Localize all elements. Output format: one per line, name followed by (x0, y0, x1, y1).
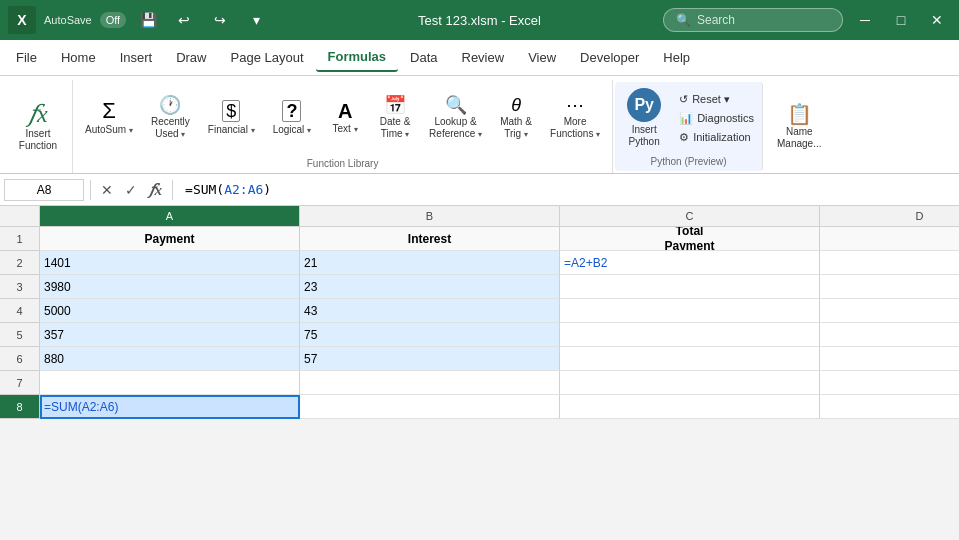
col-header-a[interactable]: A (40, 206, 300, 226)
table-row: 4 5000 43 (0, 299, 959, 323)
cell-d2[interactable] (820, 251, 959, 275)
cell-b3[interactable]: 23 (300, 275, 560, 299)
formula-divider2 (172, 180, 173, 200)
menu-help[interactable]: Help (651, 44, 702, 71)
cell-a4[interactable]: 5000 (40, 299, 300, 323)
cell-a6[interactable]: 880 (40, 347, 300, 371)
col-header-c[interactable]: C (560, 206, 820, 226)
cell-a7[interactable] (40, 371, 300, 395)
redo-icon[interactable]: ↪ (206, 6, 234, 34)
toggle-state: Off (106, 14, 120, 26)
cell-reference-box[interactable] (4, 179, 84, 201)
cell-c6[interactable] (560, 347, 820, 371)
cell-c7[interactable] (560, 371, 820, 395)
cell-a5[interactable]: 357 (40, 323, 300, 347)
cell-c4[interactable] (560, 299, 820, 323)
row-num-7: 7 (0, 371, 40, 395)
cell-b4[interactable]: 43 (300, 299, 560, 323)
cell-d7[interactable] (820, 371, 959, 395)
math-trig-label: Math &Trig ▾ (500, 116, 532, 140)
cell-d5[interactable] (820, 323, 959, 347)
confirm-formula-icon[interactable]: ✓ (121, 180, 141, 200)
recently-used-caret: ▾ (181, 130, 185, 139)
row-num-5: 5 (0, 323, 40, 347)
text-icon: A (338, 101, 352, 121)
cell-c8[interactable] (560, 395, 820, 419)
menu-formulas[interactable]: Formulas (316, 43, 399, 72)
cell-c3[interactable] (560, 275, 820, 299)
cell-d3[interactable] (820, 275, 959, 299)
menu-page-layout[interactable]: Page Layout (219, 44, 316, 71)
save-icon[interactable]: 💾 (134, 6, 162, 34)
reset-icon: ↺ (679, 93, 688, 106)
col-header-b[interactable]: B (300, 206, 560, 226)
cell-b6[interactable]: 57 (300, 347, 560, 371)
cancel-formula-icon[interactable]: ✕ (97, 180, 117, 200)
fx-icon: 𝑓x (28, 102, 48, 126)
menu-home[interactable]: Home (49, 44, 108, 71)
ribbon-group-insert-function: 𝑓x InsertFunction (4, 80, 73, 173)
diagnostics-button[interactable]: 📊 Diagnostics (675, 110, 758, 127)
insert-function-fx-icon[interactable]: 𝑓x (145, 179, 166, 201)
lookup-reference-button[interactable]: 🔍 Lookup &Reference ▾ (421, 92, 490, 144)
autosum-button[interactable]: Σ AutoSum ▾ (77, 96, 141, 140)
text-button[interactable]: A Text ▾ (321, 97, 369, 139)
insert-function-button[interactable]: 𝑓x InsertFunction (8, 98, 68, 156)
cell-c5[interactable] (560, 323, 820, 347)
reset-button[interactable]: ↺ Reset ▾ (675, 91, 758, 108)
initialization-button[interactable]: ⚙ Initialization (675, 129, 758, 146)
cell-a3[interactable]: 3980 (40, 275, 300, 299)
date-time-button[interactable]: 📅 Date &Time ▾ (371, 92, 419, 144)
table-row: 5 357 75 (0, 323, 959, 347)
undo-icon[interactable]: ↩ (170, 6, 198, 34)
cell-d6[interactable] (820, 347, 959, 371)
cell-a2[interactable]: 1401 (40, 251, 300, 275)
search-input[interactable] (697, 13, 827, 27)
menu-view[interactable]: View (516, 44, 568, 71)
menu-developer[interactable]: Developer (568, 44, 651, 71)
menu-review[interactable]: Review (450, 44, 517, 71)
math-trig-button[interactable]: θ Math &Trig ▾ (492, 92, 540, 144)
cell-b5[interactable]: 75 (300, 323, 560, 347)
menu-file[interactable]: File (4, 44, 49, 71)
grid-container: 1 Payment Interest Total Payment 2 1401 … (0, 227, 959, 540)
logical-button[interactable]: ? Logical ▾ (265, 96, 319, 140)
search-box[interactable]: 🔍 (663, 8, 843, 32)
cell-a1[interactable]: Payment (40, 227, 300, 251)
excel-logo: X (8, 6, 36, 34)
recently-used-button[interactable]: 🕐 RecentlyUsed ▾ (143, 92, 198, 144)
menu-insert[interactable]: Insert (108, 44, 165, 71)
autosave-label: AutoSave (44, 14, 92, 26)
sum-ref: A2:A6 (82, 400, 115, 414)
cell-d8[interactable] (820, 395, 959, 419)
cell-b7[interactable] (300, 371, 560, 395)
cell-d1[interactable] (820, 227, 959, 251)
more-functions-label: MoreFunctions ▾ (550, 116, 600, 140)
menu-data[interactable]: Data (398, 44, 449, 71)
quick-access-more[interactable]: ▾ (242, 6, 270, 34)
cell-c2[interactable]: =A2+B2 (560, 251, 820, 275)
autosave-toggle[interactable]: Off (100, 12, 126, 28)
insert-python-button[interactable]: Py InsertPython (619, 84, 669, 152)
cell-c1[interactable]: Total Payment (560, 227, 820, 251)
close-icon[interactable]: ✕ (923, 6, 951, 34)
col-header-d[interactable]: D (820, 206, 959, 226)
more-functions-button[interactable]: ⋯ MoreFunctions ▾ (542, 92, 608, 144)
logical-label: Logical ▾ (273, 124, 311, 136)
minimize-icon[interactable]: ─ (851, 6, 879, 34)
cell-b1[interactable]: Interest (300, 227, 560, 251)
cell-d4[interactable] (820, 299, 959, 323)
insert-function-label: InsertFunction (19, 128, 57, 152)
name-manager-label: NameManage... (777, 126, 821, 150)
maximize-icon[interactable]: □ (887, 6, 915, 34)
cell-b2[interactable]: 21 (300, 251, 560, 275)
cell-b8[interactable] (300, 395, 560, 419)
cell-c1-line2: Payment (664, 239, 714, 252)
name-manager-button[interactable]: 📋 NameManage... (769, 100, 829, 154)
financial-button[interactable]: $ Financial ▾ (200, 96, 263, 140)
cell-a8[interactable]: =SUM(A2:A6) (40, 395, 300, 419)
date-time-label: Date &Time ▾ (380, 116, 411, 140)
menu-draw[interactable]: Draw (164, 44, 218, 71)
insert-python-label: InsertPython (629, 124, 660, 148)
formula-icons: ✕ ✓ 𝑓x (97, 179, 166, 201)
